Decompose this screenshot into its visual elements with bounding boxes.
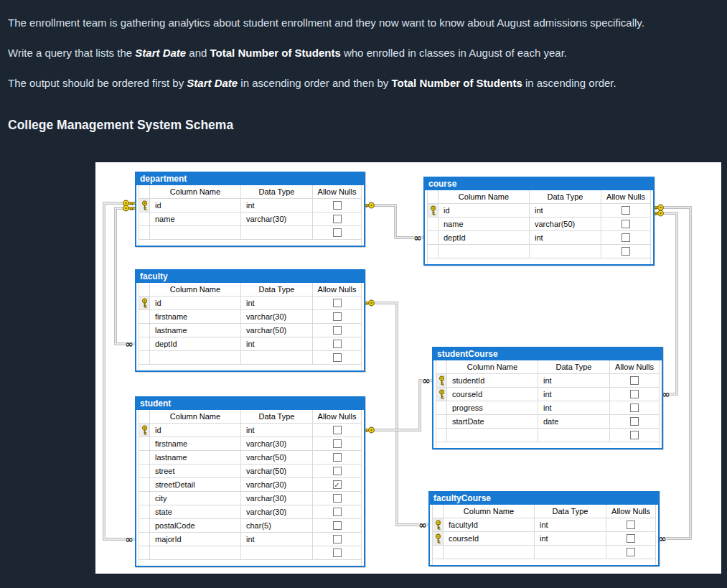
allow-nulls-cell [313, 199, 361, 212]
data-type-cell: int [241, 337, 313, 350]
table-row: streetDetailvarchar(30)✓ [139, 478, 361, 492]
table-title: student [136, 398, 364, 410]
text-segment: who enrolled in classes in August of eac… [341, 47, 567, 59]
allow-nulls-cell [313, 451, 361, 464]
row-selector-header [139, 410, 150, 423]
column-name-header: Column Name [447, 360, 538, 373]
primary-key-cell [428, 204, 438, 217]
table-bottom-strip [139, 560, 361, 566]
data-type-cell: int [535, 518, 606, 531]
allow-nulls-cell [606, 546, 655, 559]
allow-nulls-cell: ✓ [313, 478, 361, 491]
row-selector-cell [139, 213, 150, 225]
table-row: idint [139, 199, 361, 213]
column-header-row: Column NameData TypeAllow Nulls [428, 190, 650, 204]
allow-nulls-header: Allow Nulls [601, 190, 650, 203]
checkbox-unchecked [333, 494, 342, 503]
table-row: idint [139, 297, 361, 310]
checkbox-unchecked [333, 201, 342, 210]
primary-key-icon [434, 520, 442, 530]
table-row: idint [139, 424, 361, 437]
data-type-cell [535, 546, 606, 559]
data-type-cell [530, 245, 601, 258]
column-name-header: Column Name [150, 185, 241, 198]
checkbox-unchecked [333, 535, 342, 543]
table-student: studentColumn NameData TypeAllow Nullsid… [135, 396, 365, 567]
schema-heading: College Management System Schema [0, 118, 727, 133]
problem-paragraph-1: The enrollment team is gathering analyti… [8, 16, 719, 29]
table-row: courseIdint [433, 532, 655, 546]
column-name-header: Column Name [150, 410, 241, 423]
text-segment: Total Number of Students [210, 47, 341, 59]
checkbox-unchecked [630, 417, 639, 426]
column-name-cell: postalCode [150, 519, 241, 532]
column-header-row: Column NameData TypeAllow Nulls [139, 410, 361, 424]
checkbox-unchecked [333, 299, 342, 307]
row-selector-cell [139, 546, 150, 559]
table-faculty: facultyColumn NameData TypeAllow Nullsid… [135, 269, 365, 372]
data-type-cell: varchar(30) [241, 505, 313, 518]
column-name-cell: majorId [150, 533, 241, 546]
data-type-cell: varchar(30) [241, 492, 313, 505]
row-selector-cell [139, 351, 150, 364]
text-segment: Total Number of Students [392, 77, 522, 89]
table-row: deptIdint [428, 231, 650, 245]
data-type-cell: int [241, 533, 313, 546]
data-type-cell: int [530, 231, 601, 244]
column-name-cell: id [438, 204, 530, 217]
table-row [428, 245, 650, 258]
allow-nulls-cell [313, 297, 361, 309]
row-selector-header [139, 283, 150, 296]
table-row: lastnamevarchar(50) [139, 324, 361, 337]
checkbox-unchecked [333, 215, 342, 223]
data-type-cell: char(5) [241, 519, 313, 532]
allow-nulls-cell [601, 245, 650, 258]
column-name-cell: street [150, 465, 241, 477]
row-selector-cell [139, 492, 150, 505]
checkbox-unchecked [333, 426, 342, 434]
allow-nulls-cell [610, 401, 659, 414]
table-bottom-strip [433, 559, 655, 565]
data-type-header: Data Type [535, 505, 606, 518]
data-type-cell: varchar(50) [241, 324, 313, 337]
table-grid: Column NameData TypeAllow NullsfacultyId… [432, 505, 656, 565]
allow-nulls-cell [313, 424, 361, 437]
problem-paragraph-3: The output should be ordered first by St… [8, 76, 719, 90]
data-type-header: Data Type [241, 185, 313, 198]
row-selector-cell [428, 231, 438, 244]
table-row: statevarchar(30) [139, 505, 361, 519]
column-header-row: Column NameData TypeAllow Nulls [436, 360, 659, 374]
primary-key-icon [141, 425, 149, 435]
row-selector-cell [436, 415, 447, 428]
data-type-cell: varchar(30) [241, 478, 313, 491]
text-segment: Start Date [187, 77, 238, 89]
checkbox-checked: ✓ [333, 480, 342, 489]
table-row: deptIdint [139, 337, 361, 351]
data-type-cell: varchar(30) [241, 310, 313, 323]
table-title: facultyCourse [430, 493, 658, 505]
schema-diagram-panel: ∞∞∞∞∞∞∞ departmentColumn NameData TypeAl… [95, 162, 721, 574]
data-type-cell: varchar(30) [241, 213, 313, 225]
primary-key-cell [433, 532, 444, 545]
column-name-cell: firstname [150, 437, 241, 450]
column-name-cell: id [150, 424, 241, 437]
checkbox-unchecked [622, 233, 630, 242]
column-name-cell: state [150, 505, 241, 518]
checkbox-unchecked [333, 508, 342, 516]
row-selector-cell [139, 337, 150, 350]
row-selector-cell [139, 533, 150, 546]
column-name-cell: progress [447, 401, 538, 414]
column-name-header: Column Name [444, 505, 535, 518]
row-selector-cell [436, 429, 447, 442]
data-type-cell [241, 546, 313, 559]
checkbox-unchecked [333, 439, 342, 448]
table-bottom-strip [436, 442, 659, 448]
table-title: course [425, 178, 653, 190]
table-title: studentCourse [433, 348, 662, 360]
row-selector-header [139, 185, 150, 198]
checkbox-unchecked [630, 403, 639, 412]
data-type-header: Data Type [530, 190, 601, 203]
data-type-header: Data Type [241, 283, 313, 296]
table-grid: Column NameData TypeAllow Nullsidintname… [427, 190, 651, 264]
row-selector-cell [139, 478, 150, 491]
